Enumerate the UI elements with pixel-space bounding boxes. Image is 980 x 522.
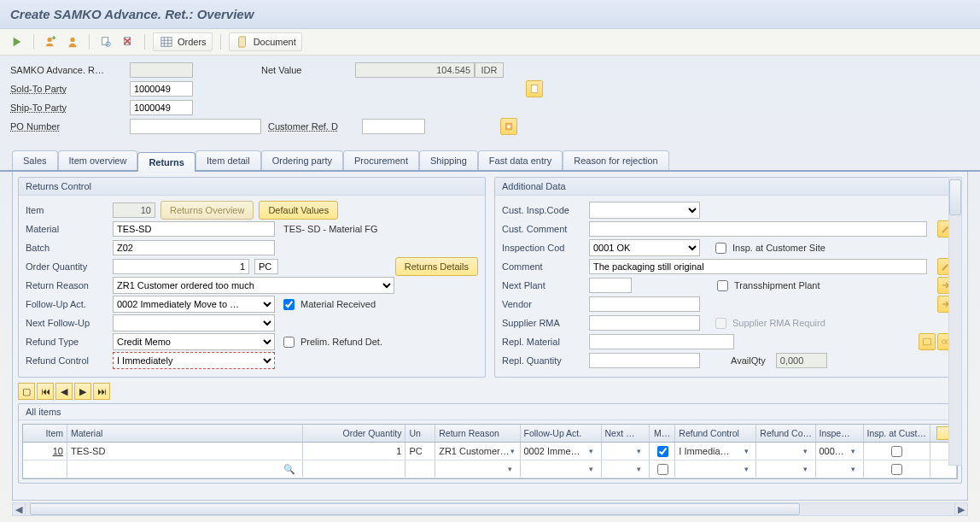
chevron-down-icon[interactable] <box>633 445 645 457</box>
tab-item-detail[interactable]: Item detail <box>195 150 261 170</box>
cell-iac-checkbox[interactable] <box>891 464 902 475</box>
refund-control-select[interactable]: I Immediately <box>113 352 275 369</box>
col-order-qty[interactable]: Order Quantity <box>303 425 406 442</box>
cell-insp[interactable] <box>816 460 864 478</box>
cell-insp[interactable]: 000… <box>816 443 864 460</box>
person-add-icon[interactable] <box>42 33 59 50</box>
tab-shipping[interactable]: Shipping <box>419 150 478 170</box>
col-material-received[interactable]: M… <box>650 425 676 442</box>
cell-next[interactable] <box>602 460 650 478</box>
chevron-down-icon[interactable] <box>510 445 516 457</box>
tab-item-overview[interactable]: Item overview <box>58 150 138 170</box>
material-received-checkbox[interactable] <box>283 299 295 310</box>
followup-act-select[interactable]: 0002 Immediately Move to … <box>113 296 275 313</box>
cell-item[interactable]: 10 <box>23 443 67 460</box>
cell-material[interactable]: TES-SD <box>67 443 303 460</box>
cell-mr-checkbox[interactable] <box>657 464 668 475</box>
cell-refund-co[interactable] <box>756 460 815 478</box>
inspection-code-select[interactable]: 0001 OK <box>589 239 700 256</box>
scrollbar-thumb[interactable] <box>30 503 800 515</box>
supplier-rma-input[interactable] <box>589 315 700 331</box>
customer-ref-input[interactable] <box>362 119 425 134</box>
cell-qty[interactable] <box>303 460 406 478</box>
header-details-button[interactable] <box>500 118 517 135</box>
material-new-input[interactable] <box>71 461 299 477</box>
return-reason-select[interactable]: ZR1 Customer ordered too much <box>113 277 394 294</box>
search-icon[interactable]: 🔍 <box>283 464 295 475</box>
col-insp-at-cust[interactable]: Insp. at Cust… <box>864 425 930 442</box>
table-row[interactable]: 🔍 <box>23 460 957 478</box>
returns-details-button[interactable]: Returns Details <box>395 257 478 276</box>
cell-mr[interactable] <box>650 460 676 478</box>
batch-input[interactable] <box>113 240 275 255</box>
col-followup[interactable]: Follow-Up Act. <box>521 425 602 442</box>
material-input[interactable] <box>113 221 275 237</box>
col-next[interactable]: Next … <box>602 425 650 442</box>
execute-icon[interactable] <box>9 33 26 50</box>
chevron-down-icon[interactable] <box>848 463 860 475</box>
nav-next-icon[interactable]: ▶ <box>74 383 91 400</box>
cell-refund-control[interactable] <box>675 460 756 478</box>
default-values-button[interactable]: Default Values <box>259 201 338 220</box>
col-material[interactable]: Material <box>67 425 303 442</box>
cell-iac[interactable] <box>864 443 930 460</box>
tab-reason-for-rejection[interactable]: Reason for rejection <box>563 150 668 170</box>
cell-reason[interactable] <box>435 460 520 478</box>
cell-iac-checkbox[interactable] <box>891 446 902 457</box>
horizontal-scrollbar[interactable]: ◀ ▶ <box>12 502 968 516</box>
order-qty-input[interactable] <box>113 259 249 274</box>
col-return-reason[interactable]: Return Reason <box>435 425 520 442</box>
chevron-down-icon[interactable] <box>633 463 645 475</box>
cell-qty[interactable]: 1 <box>303 443 406 460</box>
cell-iac[interactable] <box>864 460 930 478</box>
tab-sales[interactable]: Sales <box>12 150 58 170</box>
cell-mr[interactable] <box>650 443 676 460</box>
person-icon[interactable] <box>64 33 81 50</box>
tab-procurement[interactable]: Procurement <box>343 150 419 170</box>
col-inspection[interactable]: Inspe… <box>816 425 864 442</box>
col-refund-control[interactable]: Refund Control <box>675 425 756 442</box>
prelim-refund-checkbox[interactable] <box>283 337 295 348</box>
next-followup-select[interactable] <box>113 314 275 331</box>
returns-overview-button[interactable]: Returns Overview <box>160 201 254 220</box>
col-refund-co[interactable]: Refund Co… <box>756 425 815 442</box>
display-doc-icon[interactable] <box>97 33 114 50</box>
chevron-down-icon[interactable] <box>586 463 598 475</box>
reject-icon[interactable] <box>120 33 137 50</box>
chevron-down-icon[interactable] <box>740 463 752 475</box>
sold-to-input[interactable] <box>130 81 193 97</box>
uom-input[interactable] <box>254 259 278 274</box>
nav-new-icon[interactable]: ▢ <box>18 383 35 400</box>
table-row[interactable]: 10 TES-SD 1 PC ZR1 Customer… 0002 Imme… … <box>23 443 957 460</box>
tab-ordering-party[interactable]: Ordering party <box>261 150 343 170</box>
ship-to-input[interactable] <box>130 100 193 115</box>
scroll-right-icon[interactable]: ▶ <box>954 503 967 515</box>
po-number-input[interactable] <box>130 119 261 134</box>
document-button[interactable]: Document <box>229 32 302 51</box>
repl-qty-input[interactable] <box>589 353 700 368</box>
cell-mr-checkbox[interactable] <box>657 446 668 457</box>
repl-material-input[interactable] <box>589 334 734 349</box>
cell-reason[interactable]: ZR1 Customer… <box>435 443 520 460</box>
next-plant-input[interactable] <box>589 278 632 293</box>
scrollbar-thumb[interactable] <box>949 179 961 215</box>
scroll-left-icon[interactable]: ◀ <box>13 503 26 515</box>
vertical-scrollbar[interactable] <box>948 177 962 466</box>
nav-prev-icon[interactable]: ◀ <box>55 383 73 400</box>
cell-unit[interactable]: PC <box>405 443 435 460</box>
chevron-down-icon[interactable] <box>740 445 752 457</box>
cell-item[interactable] <box>23 460 67 478</box>
repl-mat-action1-button[interactable] <box>919 333 936 350</box>
tab-returns[interactable]: Returns <box>137 152 195 172</box>
cust-insp-code-select[interactable] <box>589 202 700 219</box>
chevron-down-icon[interactable] <box>505 463 516 475</box>
doc-number-input[interactable] <box>130 62 193 78</box>
orders-button[interactable]: Orders <box>153 32 213 51</box>
cust-comment-input[interactable] <box>589 221 927 237</box>
cell-refund-control[interactable]: I Immedia… <box>675 443 756 460</box>
cell-followup[interactable] <box>521 460 602 478</box>
cell-next[interactable] <box>602 443 650 460</box>
tab-fast-data-entry[interactable]: Fast data entry <box>478 150 563 170</box>
transshipment-checkbox[interactable] <box>717 280 728 291</box>
cell-followup[interactable]: 0002 Imme… <box>521 443 602 460</box>
